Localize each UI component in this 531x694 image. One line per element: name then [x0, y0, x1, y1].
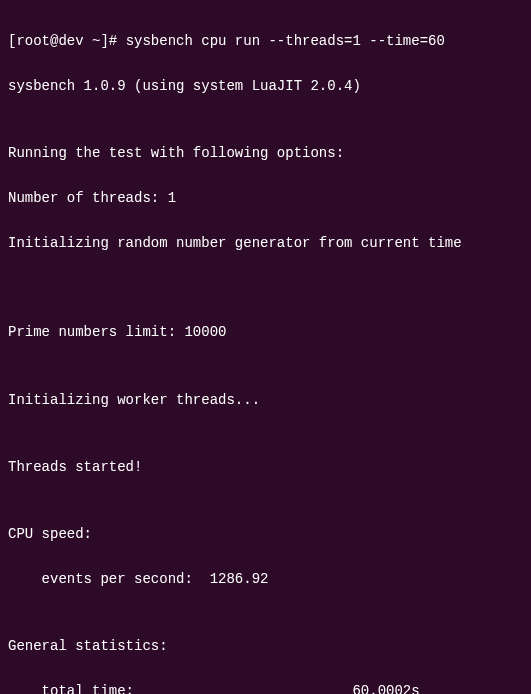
version-line: sysbench 1.0.9 (using system LuaJIT 2.0.… [8, 75, 523, 97]
threads-started-line: Threads started! [8, 456, 523, 478]
events-per-second: events per second: 1286.92 [8, 568, 523, 590]
rng-init-line: Initializing random number generator fro… [8, 232, 523, 254]
shell-prompt: [root@dev ~]# [8, 33, 126, 49]
running-options-line: Running the test with following options: [8, 142, 523, 164]
total-time-line: total time: 60.0002s [8, 680, 523, 694]
num-threads-line: Number of threads: 1 [8, 187, 523, 209]
prime-limit-line: Prime numbers limit: 10000 [8, 321, 523, 343]
terminal-output[interactable]: [root@dev ~]# sysbench cpu run --threads… [8, 8, 523, 694]
command-text: sysbench cpu run --threads=1 --time=60 [126, 33, 445, 49]
cpu-speed-header: CPU speed: [8, 523, 523, 545]
init-workers-line: Initializing worker threads... [8, 389, 523, 411]
prompt-line: [root@dev ~]# sysbench cpu run --threads… [8, 30, 523, 52]
general-stats-header: General statistics: [8, 635, 523, 657]
